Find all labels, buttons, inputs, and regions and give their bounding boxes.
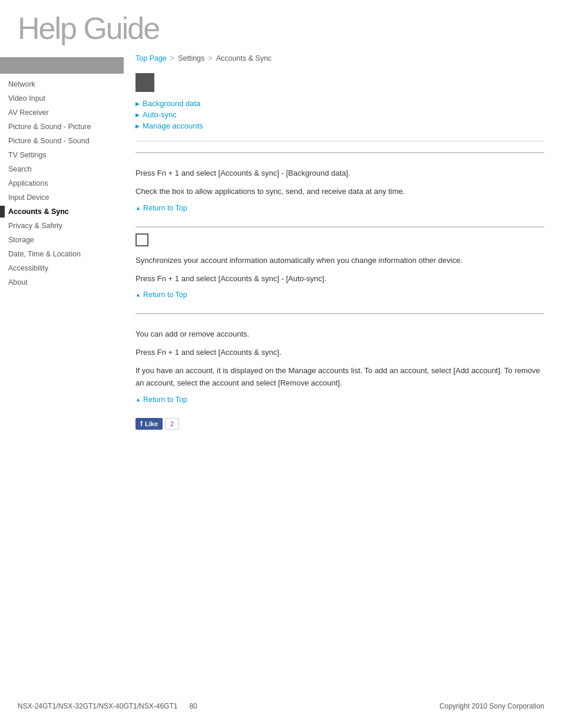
section-title-bar-manage-accounts [135,313,544,320]
sidebar-item-date-time-location[interactable]: Date, Time & Location [0,247,124,261]
sidebar-item-applications[interactable]: Applications [0,176,124,190]
toc-link-auto-sync[interactable]: Auto-sync [143,110,177,119]
toc-link-manage-accounts[interactable]: Manage accounts [143,121,203,130]
breadcrumb: Top Page > Settings > Accounts & Sync [135,54,544,62]
page-header: Help Guide [0,0,562,51]
return-to-top-manage-accounts[interactable]: Return to Top [135,396,544,404]
page-icon [135,73,154,92]
facebook-like-section: f Like 2 [135,418,544,430]
sidebar-item-picture-sound-picture[interactable]: Picture & Sound - Picture [0,120,124,134]
sidebar-item-input-device[interactable]: Input Device [0,190,124,205]
section-title-bar-background-data [135,152,544,159]
section-title-bar-auto-sync [135,226,544,246]
toc-link-item: Manage accounts [135,121,544,130]
section-background-data: Press Fn + 1 and select [Accounts & sync… [135,152,544,212]
sidebar-item-network[interactable]: Network [0,77,124,91]
section-manage-accounts: You can add or remove accounts. Press Fn… [135,313,544,403]
page-title: Help Guide [18,12,544,45]
copyright: Copyright 2010 Sony Corporation [439,702,544,710]
facebook-like-button[interactable]: f Like [135,418,163,430]
facebook-icon: f [140,420,143,428]
manage-accounts-instruction2: Press Fn + 1 and select [Accounts & sync… [135,347,544,359]
breadcrumb-sep-1: > [170,54,174,62]
breadcrumb-accounts-sync: Accounts & Sync [216,54,272,62]
breadcrumb-top-page[interactable]: Top Page [135,54,167,62]
main-content: Top Page > Settings > Accounts & Sync Ba… [124,51,562,582]
auto-sync-icon [135,233,148,246]
sidebar: Network Video Input AV Receiver Picture … [0,51,124,582]
auto-sync-instruction2: Press Fn + 1 and select [Accounts & sync… [135,273,544,285]
sidebar-item-search[interactable]: Search [0,162,124,176]
background-data-instruction1: Press Fn + 1 and select [Accounts & sync… [135,167,544,180]
sidebar-item-storage[interactable]: Storage [0,233,124,247]
sidebar-item-av-receiver[interactable]: AV Receiver [0,106,124,120]
device-models: NSX-24GT1/NSX-32GT1/NSX-40GT1/NSX-46GT1 [18,702,177,710]
manage-accounts-instruction1: You can add or remove accounts. [135,328,544,341]
facebook-like-label: Like [145,420,158,427]
breadcrumb-settings: Settings [178,54,204,62]
return-to-top-auto-sync[interactable]: Return to Top [135,291,544,299]
sidebar-item-tv-settings[interactable]: TV Settings [0,148,124,162]
sidebar-item-privacy-safety[interactable]: Privacy & Safety [0,219,124,233]
return-to-top-background-data[interactable]: Return to Top [135,204,544,212]
toc-link-background-data[interactable]: Background data [143,99,200,108]
sidebar-item-video-input[interactable]: Video Input [0,91,124,106]
toc-links: Background data Auto-sync Manage account… [135,99,544,130]
manage-accounts-instruction3: If you have an account, it is displayed … [135,365,544,390]
page-number: 80 [189,702,197,710]
page-footer: NSX-24GT1/NSX-32GT1/NSX-40GT1/NSX-46GT1 … [0,702,562,710]
facebook-like-count: 2 [165,418,179,430]
breadcrumb-sep-2: > [208,54,212,62]
main-layout: Network Video Input AV Receiver Picture … [0,51,562,582]
sidebar-header-bar [0,57,124,74]
sidebar-item-accessibility[interactable]: Accessibility [0,261,124,275]
divider-1 [135,141,544,141]
sidebar-item-about[interactable]: About [0,275,124,289]
toc-link-item: Background data [135,99,544,108]
toc-link-item: Auto-sync [135,110,544,119]
sidebar-item-accounts-sync[interactable]: Accounts & Sync [0,205,124,219]
background-data-instruction2: Check the box to allow applications to s… [135,186,544,198]
section-auto-sync: Synchronizes your account information au… [135,226,544,299]
sidebar-item-picture-sound-sound[interactable]: Picture & Sound - Sound [0,134,124,148]
auto-sync-instruction1: Synchronizes your account information au… [135,255,544,267]
